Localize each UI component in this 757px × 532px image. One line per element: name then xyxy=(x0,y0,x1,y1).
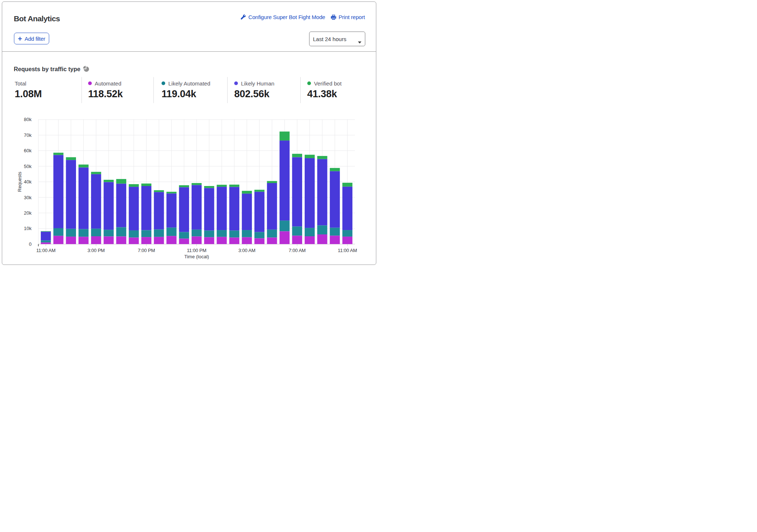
svg-text:11:00 PM: 11:00 PM xyxy=(187,248,206,253)
svg-text:3:00 PM: 3:00 PM xyxy=(87,248,105,253)
svg-text:11:00 AM: 11:00 AM xyxy=(338,248,357,253)
svg-text:Requests: Requests xyxy=(17,172,22,192)
svg-text:40k: 40k xyxy=(24,179,32,185)
svg-text:Time (local): Time (local) xyxy=(184,254,209,259)
svg-text:50k: 50k xyxy=(24,164,32,169)
svg-text:20k: 20k xyxy=(24,210,32,216)
svg-text:30k: 30k xyxy=(24,195,32,200)
svg-text:70k: 70k xyxy=(24,132,32,138)
svg-text:11:00 AM: 11:00 AM xyxy=(36,248,55,253)
svg-text:7:00 PM: 7:00 PM xyxy=(138,248,155,253)
svg-text:7:00 AM: 7:00 AM xyxy=(289,248,305,253)
svg-text:60k: 60k xyxy=(24,148,32,153)
svg-text:3:00 AM: 3:00 AM xyxy=(238,248,255,253)
svg-text:80k: 80k xyxy=(24,117,32,122)
svg-text:10k: 10k xyxy=(24,226,32,231)
svg-text:0: 0 xyxy=(29,241,32,247)
